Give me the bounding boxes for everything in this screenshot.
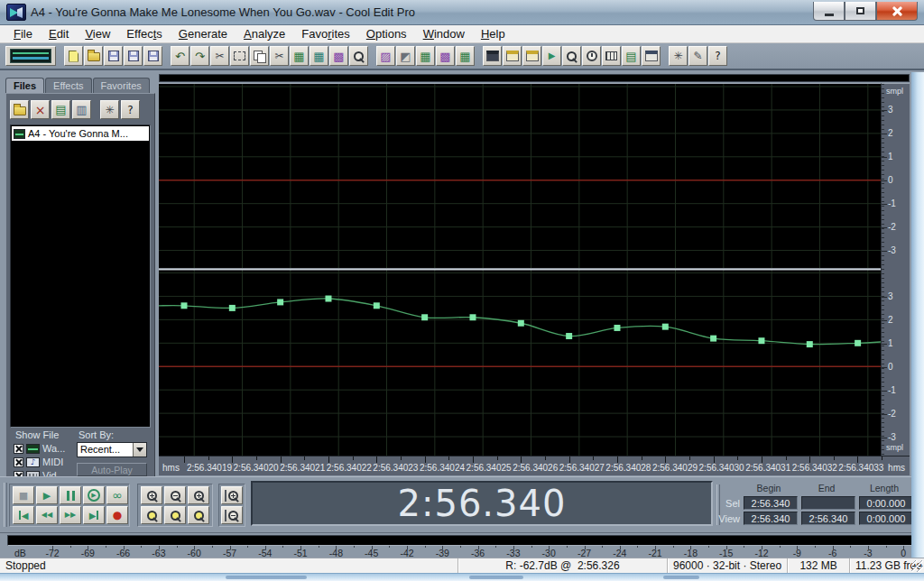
window-organizer-2-button[interactable]: [522, 46, 541, 66]
phase-view-button[interactable]: ◩: [396, 46, 415, 66]
rewind-button[interactable]: ◀◀: [36, 506, 58, 524]
vertical-zoom-in-button[interactable]: [221, 486, 243, 504]
sample-point[interactable]: [421, 314, 428, 320]
trim-button[interactable]: [230, 46, 249, 66]
play-looped-button[interactable]: ▶: [83, 486, 105, 504]
sample-point[interactable]: [807, 341, 813, 347]
time-display[interactable]: 2:56.340: [251, 481, 713, 526]
sample-point[interactable]: [229, 305, 236, 311]
sample-point[interactable]: [662, 324, 669, 330]
menu-file[interactable]: File: [5, 26, 41, 42]
mix-paste-button[interactable]: ▩: [329, 46, 348, 66]
redo-button[interactable]: ↷: [190, 46, 209, 66]
sample-point[interactable]: [469, 314, 476, 320]
sort-by-dropdown[interactable]: Recent...: [77, 442, 147, 457]
file-list[interactable]: A4 - You're Gonna M...: [10, 124, 151, 428]
sample-point[interactable]: [518, 320, 524, 327]
zoom-selection-right-button[interactable]: [188, 506, 209, 524]
resize-grip[interactable]: [911, 560, 923, 572]
window-main-button[interactable]: [483, 46, 502, 66]
organizer-help-button[interactable]: ?: [121, 100, 140, 119]
vertical-zoom-out-button[interactable]: [221, 506, 243, 524]
restore-button[interactable]: [845, 2, 876, 21]
stop-button[interactable]: ■: [13, 486, 34, 504]
spectral-view-button[interactable]: ▨: [376, 46, 395, 66]
zoom-out-button[interactable]: [164, 486, 186, 504]
wave-display[interactable]: [159, 83, 881, 456]
auto-play-button[interactable]: Auto-Play: [77, 463, 147, 476]
zoom-bar-button[interactable]: [562, 46, 581, 66]
zoom-full-button[interactable]: [188, 486, 209, 504]
new-file-button[interactable]: [64, 46, 83, 66]
toolbar-grip[interactable]: [4, 483, 7, 527]
timeline-ruler[interactable]: hms hms 2:56.340192:56.340202:56.340212:…: [159, 456, 910, 475]
level-meter[interactable]: [7, 535, 917, 546]
view-begin-field[interactable]: 2:56.340: [744, 512, 798, 525]
minimize-button[interactable]: [813, 2, 845, 21]
time-window-button[interactable]: [582, 46, 601, 66]
play-list-button[interactable]: ▩: [436, 46, 455, 66]
close-button[interactable]: [876, 2, 918, 21]
sel-begin-field[interactable]: 2:56.340: [744, 496, 798, 510]
close-file-button[interactable]: ×: [31, 100, 50, 119]
go-to-end-button[interactable]: ▶: [83, 506, 105, 524]
sample-point[interactable]: [855, 340, 861, 346]
save-file-button[interactable]: [104, 46, 123, 66]
open-file-button[interactable]: [84, 46, 103, 66]
record-button[interactable]: ●: [106, 506, 128, 524]
view-end-field[interactable]: 2:56.340: [801, 512, 855, 525]
menu-favorites[interactable]: Favorites: [293, 26, 357, 42]
menu-edit[interactable]: Edit: [41, 26, 77, 42]
insert-into-cd-button[interactable]: ▥: [72, 100, 91, 119]
sample-point[interactable]: [374, 302, 380, 309]
ebe-bar-button[interactable]: [602, 46, 621, 66]
paste-to-new-button[interactable]: ▦: [310, 46, 328, 66]
menu-generate[interactable]: Generate: [171, 26, 236, 42]
play-button[interactable]: ▶: [36, 486, 58, 504]
sample-point[interactable]: [710, 336, 716, 342]
sel-end-field[interactable]: [801, 496, 855, 510]
menu-help[interactable]: Help: [473, 26, 513, 42]
sample-point[interactable]: [566, 333, 572, 339]
delete-selection-button[interactable]: ✂: [270, 46, 289, 66]
menu-window[interactable]: Window: [415, 26, 473, 42]
tab-favorites[interactable]: Favorites: [93, 78, 150, 93]
zoom-to-selection-button[interactable]: [141, 506, 162, 524]
sample-point[interactable]: [181, 302, 188, 309]
sel-length-field[interactable]: 0:00.000: [859, 496, 913, 510]
locate-beats-button[interactable]: [349, 46, 368, 66]
sample-point[interactable]: [758, 337, 764, 344]
cue-list-button[interactable]: ▦: [416, 46, 435, 66]
menu-view[interactable]: View: [77, 26, 118, 42]
save-as-button[interactable]: [124, 46, 143, 66]
zoom-in-button[interactable]: [141, 486, 162, 504]
save-selection-button[interactable]: [143, 46, 162, 66]
menu-effects[interactable]: Effects: [118, 26, 171, 42]
paste-button[interactable]: ▦: [290, 46, 309, 66]
tab-files[interactable]: Files: [5, 78, 44, 93]
status-bar-toggle-button[interactable]: [642, 46, 661, 66]
copy-button[interactable]: [250, 46, 269, 66]
organizer-options-button[interactable]: ✳: [100, 100, 119, 119]
play-bar-button[interactable]: ▶: [542, 46, 561, 66]
edit-list-button[interactable]: ▦: [456, 46, 475, 66]
insert-into-multitrack-button[interactable]: ▤: [51, 100, 70, 119]
zoom-selection-left-button[interactable]: [164, 506, 186, 524]
file-list-item[interactable]: A4 - You're Gonna M...: [12, 126, 149, 141]
checkbox-midi[interactable]: [14, 457, 23, 467]
menu-options[interactable]: Options: [358, 26, 415, 42]
scripts-button[interactable]: ✎: [688, 46, 707, 66]
cut-button[interactable]: ✂: [210, 46, 229, 66]
pause-button[interactable]: [60, 486, 81, 504]
menu-analyze[interactable]: Analyze: [236, 26, 293, 42]
fast-forward-button[interactable]: ▶▶: [60, 506, 81, 524]
view-length-field[interactable]: 0:00.000: [859, 512, 913, 525]
sort-dropdown-button[interactable]: [133, 443, 146, 456]
go-to-beginning-button[interactable]: ◀: [13, 506, 34, 524]
sample-point[interactable]: [325, 296, 331, 302]
help-button[interactable]: ?: [708, 46, 727, 66]
checkbox-wa[interactable]: [14, 444, 23, 454]
sample-ruler[interactable]: smplsmpl3210-1-2-33210-1-2-3: [881, 83, 910, 456]
sample-point[interactable]: [614, 325, 620, 331]
undo-button[interactable]: ↶: [171, 46, 189, 66]
